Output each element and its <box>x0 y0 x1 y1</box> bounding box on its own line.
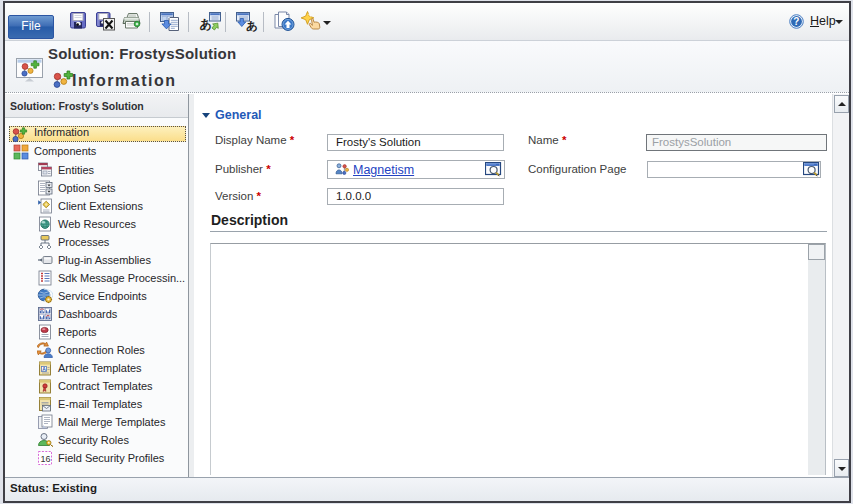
svg-text:A: A <box>42 366 46 372</box>
svg-text:あ: あ <box>200 17 212 31</box>
svg-text:?: ? <box>793 16 799 27</box>
svg-text:あ: あ <box>246 20 258 32</box>
svg-text:16: 16 <box>40 454 50 464</box>
